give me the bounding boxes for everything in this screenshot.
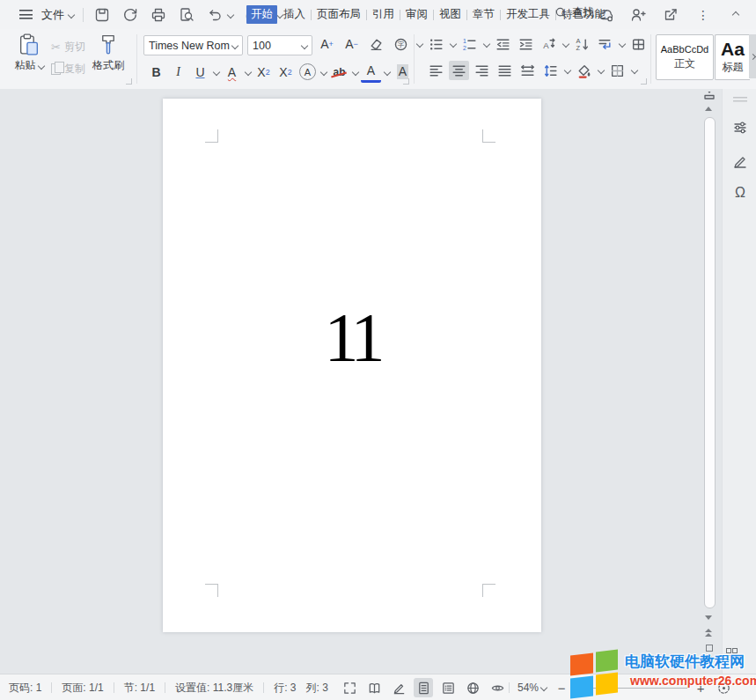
font-color-button[interactable]: A — [361, 61, 381, 83]
show-marks-button[interactable] — [595, 34, 615, 54]
underline-button[interactable]: U — [190, 63, 210, 82]
fullscreen-view-button[interactable] — [340, 678, 359, 697]
tab-section[interactable]: 章节 — [468, 5, 499, 24]
file-menu[interactable]: 文件 — [41, 7, 74, 23]
numbering-button[interactable]: 12 — [459, 34, 480, 54]
chevron-down-icon[interactable] — [212, 68, 219, 75]
styles-gallery-expand-button[interactable] — [749, 34, 756, 78]
web-layout-button[interactable] — [463, 678, 482, 697]
chevron-down-icon[interactable] — [563, 67, 570, 74]
bullets-button[interactable] — [426, 34, 446, 54]
line-spacing-button[interactable] — [540, 61, 561, 80]
style-normal[interactable]: AaBbCcDd 正文 — [656, 34, 714, 80]
tab-view[interactable]: 视图 — [435, 5, 466, 24]
strikethrough-button[interactable]: A — [222, 63, 242, 82]
scroll-up-button[interactable] — [705, 107, 712, 111]
tab-home[interactable]: 开始 — [246, 5, 277, 24]
highlight-button[interactable]: ab — [329, 63, 349, 82]
save-button[interactable] — [92, 5, 112, 25]
chevron-down-icon[interactable] — [618, 41, 625, 48]
zoom-out-button[interactable]: − — [554, 680, 569, 696]
symbol-button[interactable]: Ω — [731, 184, 749, 202]
bold-button[interactable]: B — [146, 63, 166, 82]
phonetic-guide-button[interactable]: 字 — [391, 34, 411, 54]
chevron-down-icon[interactable] — [630, 67, 637, 74]
chevron-down-icon[interactable] — [561, 41, 569, 48]
tab-page-layout[interactable]: 页面布局 — [312, 5, 365, 24]
chevron-down-icon[interactable] — [449, 41, 456, 48]
page-view-button[interactable] — [414, 678, 433, 697]
fit-page-button[interactable] — [714, 678, 733, 697]
tab-references[interactable]: 引用 — [368, 5, 399, 24]
vertical-scrollbar[interactable] — [702, 89, 716, 674]
sort-button[interactable]: AZ — [572, 34, 592, 54]
read-layout-button[interactable] — [364, 678, 384, 697]
eye-protection-button[interactable] — [488, 678, 507, 697]
more-options-button[interactable]: ⋮ — [694, 5, 713, 25]
hamburger-menu-icon[interactable] — [19, 10, 33, 19]
justify-button[interactable] — [495, 61, 515, 80]
format-painter-button[interactable]: 格式刷 — [88, 33, 128, 73]
collapse-ribbon-button[interactable] — [726, 5, 745, 25]
outline-view-button[interactable] — [438, 678, 458, 697]
superscript-button[interactable]: X2 — [253, 63, 274, 82]
tab-insert[interactable]: 插入 — [279, 5, 310, 24]
style-heading[interactable]: Aa 标题 — [715, 34, 750, 80]
align-right-button[interactable] — [472, 61, 492, 80]
panel-handle-icon[interactable] — [733, 97, 747, 102]
chevron-down-icon[interactable] — [482, 41, 489, 48]
chevron-down-icon[interactable] — [351, 68, 358, 75]
zoom-in-button[interactable]: + — [693, 680, 708, 696]
chevron-down-icon[interactable] — [415, 41, 422, 48]
increase-indent-button[interactable] — [516, 34, 536, 54]
italic-button[interactable]: I — [168, 63, 188, 82]
text-effects-button[interactable]: A — [297, 63, 318, 82]
text-direction-button[interactable]: A — [539, 34, 559, 54]
chevron-down-icon[interactable] — [244, 68, 251, 75]
borders-button[interactable] — [607, 61, 628, 80]
tab-dev-tools[interactable]: 开发工具 — [502, 5, 554, 24]
share-button[interactable] — [661, 5, 680, 25]
scrollbar-thumb[interactable] — [704, 117, 716, 608]
align-center-button[interactable] — [449, 61, 469, 80]
document-text[interactable]: 11 — [163, 303, 541, 372]
ink-mode-button[interactable] — [389, 678, 408, 697]
previous-page-button[interactable] — [705, 629, 712, 637]
tab-review[interactable]: 审阅 — [401, 5, 432, 24]
find-button[interactable]: 查找 — [554, 5, 594, 20]
copy-button[interactable]: 复制 — [51, 61, 85, 77]
output-button[interactable] — [121, 5, 140, 25]
zoom-level-button[interactable]: 54% — [517, 682, 547, 694]
cloud-sync-button[interactable] — [596, 5, 615, 25]
zoom-slider-knob[interactable] — [615, 684, 618, 692]
chevron-down-icon[interactable] — [319, 68, 327, 75]
paste-button[interactable]: 粘贴 — [11, 33, 48, 73]
paragraph-layout-button[interactable] — [628, 34, 649, 54]
zoom-slider[interactable] — [575, 688, 687, 689]
subscript-button[interactable]: X2 — [275, 63, 296, 82]
chevron-down-icon[interactable] — [597, 67, 604, 74]
decrease-indent-button[interactable] — [493, 34, 513, 54]
print-button[interactable] — [149, 5, 168, 25]
undo-button[interactable] — [205, 5, 224, 25]
invite-user-button[interactable] — [628, 5, 648, 25]
clear-format-button[interactable] — [366, 34, 386, 54]
undo-dropdown-icon[interactable] — [227, 11, 234, 18]
ruler-toggle-icon[interactable] — [704, 91, 715, 100]
font-family-select[interactable]: Times New Roma — [143, 35, 243, 55]
scroll-down-button[interactable] — [705, 615, 712, 620]
ink-annotate-button[interactable] — [731, 152, 749, 170]
increase-font-button[interactable]: A+ — [317, 34, 337, 54]
shading-button[interactable] — [574, 61, 594, 80]
document-page[interactable]: 11 — [163, 99, 541, 632]
print-preview-button[interactable] — [177, 5, 196, 25]
workspace-grid-icon[interactable] — [726, 648, 738, 659]
properties-button[interactable] — [731, 119, 749, 136]
decrease-font-button[interactable]: A− — [341, 34, 362, 54]
chevron-down-icon[interactable] — [383, 68, 390, 75]
font-size-select[interactable]: 100 — [247, 35, 312, 55]
select-browse-object-button[interactable] — [706, 645, 713, 652]
next-page-button[interactable] — [705, 656, 712, 664]
distribute-button[interactable] — [517, 61, 538, 80]
align-left-button[interactable] — [426, 61, 446, 80]
